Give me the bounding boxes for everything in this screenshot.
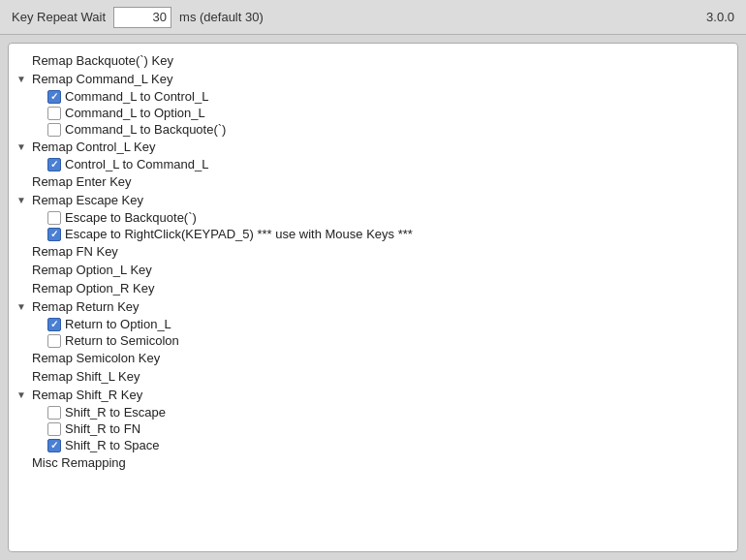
group-label: Remap Backquote(`) Key	[32, 53, 173, 68]
checkbox[interactable]	[47, 211, 61, 225]
child-label: Command_L to Control_L	[65, 89, 208, 104]
child-label: Shift_R to Escape	[65, 405, 166, 420]
child-label: Return to Semicolon	[65, 333, 179, 348]
checkbox[interactable]	[47, 318, 61, 331]
group-label: Remap FN Key	[32, 244, 118, 259]
group-label: Remap Option_L Key	[32, 263, 152, 277]
child-label: Shift_R to Space	[65, 438, 160, 452]
checkbox[interactable]	[47, 422, 61, 436]
group-label: Remap Shift_L Key	[32, 369, 140, 384]
checkbox[interactable]	[47, 406, 61, 420]
checkbox[interactable]	[47, 90, 61, 104]
key-repeat-suffix: ms (default 30)	[179, 10, 264, 24]
child-row: Escape to Backquote(`)	[16, 209, 733, 226]
top-bar: Key Repeat Wait ms (default 30) 3.0.0	[0, 0, 746, 35]
child-row: Shift_R to Escape	[16, 404, 733, 420]
scroll-area[interactable]: Remap Backquote(`) KeyRemap Command_L Ke…	[9, 44, 737, 551]
child-label: Escape to RightClick(KEYPAD_5) *** use w…	[65, 227, 413, 241]
group-row[interactable]: Remap Backquote(`) Key	[16, 51, 733, 70]
checkbox[interactable]	[47, 439, 61, 452]
main-container: Remap Backquote(`) KeyRemap Command_L Ke…	[8, 43, 738, 552]
group-label: Misc Remapping	[32, 455, 126, 470]
child-label: Command_L to Backquote(`)	[65, 122, 226, 137]
child-label: Shift_R to FN	[65, 421, 140, 436]
child-row: Return to Option_L	[16, 316, 733, 332]
child-row: Command_L to Option_L	[16, 105, 733, 121]
checkbox[interactable]	[47, 334, 61, 348]
disclosure-icon[interactable]	[16, 301, 32, 312]
group-row[interactable]: Remap Escape Key	[16, 191, 733, 209]
disclosure-icon[interactable]	[16, 389, 32, 400]
child-label: Command_L to Option_L	[65, 106, 205, 120]
disclosure-icon[interactable]	[16, 74, 32, 84]
key-repeat-section: Key Repeat Wait ms (default 30)	[12, 7, 264, 28]
group-row[interactable]: Remap Control_L Key	[16, 138, 733, 156]
checkbox[interactable]	[47, 107, 61, 120]
child-row: Command_L to Backquote(`)	[16, 121, 733, 138]
group-label: Remap Shift_R Key	[32, 388, 142, 402]
child-label: Control_L to Command_L	[65, 157, 208, 171]
child-row: Control_L to Command_L	[16, 156, 733, 172]
group-row[interactable]: Remap Option_L Key	[16, 261, 733, 279]
group-row[interactable]: Misc Remapping	[16, 453, 733, 472]
group-label: Remap Option_R Key	[32, 281, 154, 296]
checkbox[interactable]	[47, 228, 61, 241]
group-label: Remap Return Key	[32, 299, 140, 314]
child-row: Return to Semicolon	[16, 332, 733, 349]
group-label: Remap Escape Key	[32, 193, 143, 207]
group-label: Remap Command_L Key	[32, 72, 172, 86]
group-row[interactable]: Remap Semicolon Key	[16, 349, 733, 367]
disclosure-icon[interactable]	[16, 141, 32, 152]
group-row[interactable]: Remap Shift_L Key	[16, 367, 733, 386]
checkbox[interactable]	[47, 158, 61, 171]
child-label: Escape to Backquote(`)	[65, 210, 197, 225]
checkbox[interactable]	[47, 123, 61, 137]
group-row[interactable]: Remap Command_L Key	[16, 70, 733, 88]
group-row[interactable]: Remap Shift_R Key	[16, 386, 733, 404]
child-row: Shift_R to FN	[16, 420, 733, 437]
disclosure-icon[interactable]	[16, 195, 32, 205]
group-row[interactable]: Remap FN Key	[16, 242, 733, 261]
child-label: Return to Option_L	[65, 317, 171, 331]
group-row[interactable]: Remap Return Key	[16, 297, 733, 316]
group-label: Remap Control_L Key	[32, 140, 155, 154]
group-row[interactable]: Remap Enter Key	[16, 172, 733, 191]
child-row: Shift_R to Space	[16, 437, 733, 453]
child-row: Escape to RightClick(KEYPAD_5) *** use w…	[16, 226, 733, 242]
group-label: Remap Enter Key	[32, 174, 132, 189]
key-repeat-input[interactable]	[113, 7, 171, 28]
version-label: 3.0.0	[706, 10, 734, 24]
key-repeat-label: Key Repeat Wait	[12, 10, 106, 24]
child-row: Command_L to Control_L	[16, 88, 733, 105]
group-label: Remap Semicolon Key	[32, 351, 160, 365]
group-row[interactable]: Remap Option_R Key	[16, 279, 733, 297]
